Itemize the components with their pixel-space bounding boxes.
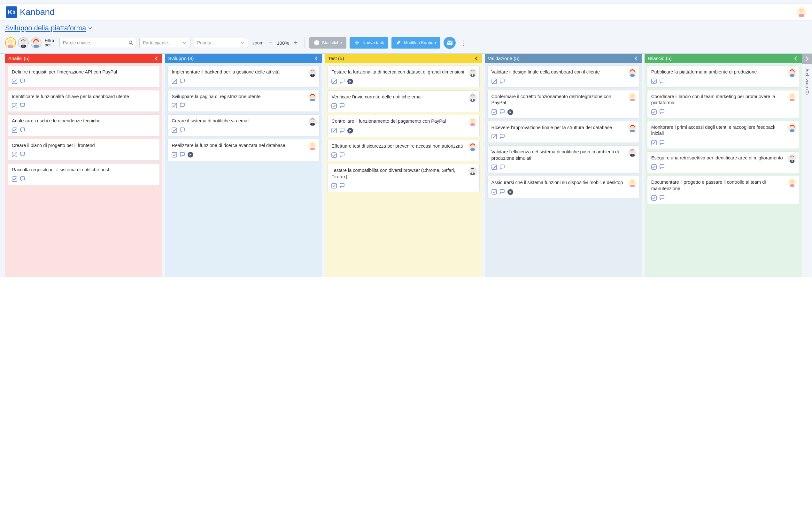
timer-play-icon[interactable] — [347, 79, 353, 84]
current-user-avatar[interactable] — [797, 7, 806, 17]
checklist-icon[interactable] — [651, 164, 657, 170]
comments-icon[interactable] — [20, 152, 25, 157]
task-assignee-avatar[interactable] — [468, 142, 477, 151]
participant-avatar-3[interactable] — [31, 37, 42, 48]
column-body[interactable]: Validare il design finale della dashboar… — [485, 63, 642, 277]
checklist-icon[interactable] — [172, 152, 177, 158]
task-assignee-avatar[interactable] — [308, 69, 317, 77]
checklist-icon[interactable] — [651, 109, 657, 115]
checklist-icon[interactable] — [492, 109, 497, 115]
comments-icon[interactable] — [339, 103, 345, 109]
timer-play-icon[interactable] — [508, 109, 513, 115]
comments-icon[interactable] — [20, 103, 25, 108]
comments-icon[interactable] — [339, 128, 345, 133]
task-card[interactable]: Confermare il corretto funzionamento del… — [487, 90, 639, 119]
search-input[interactable] — [59, 38, 136, 48]
checklist-icon[interactable] — [172, 79, 177, 84]
column-collapse-button[interactable] — [154, 56, 159, 61]
task-card[interactable]: Documentare il progetto e passare il con… — [647, 176, 799, 204]
checklist-icon[interactable] — [172, 127, 177, 133]
checklist-icon[interactable] — [492, 189, 497, 195]
task-card[interactable]: Controllare il funzionamento del pagamen… — [327, 115, 479, 137]
task-card[interactable]: Creare il sistema di notifiche via email — [167, 114, 319, 136]
task-card[interactable]: Validare l'efficienza del sistema di not… — [487, 145, 639, 173]
timer-play-icon[interactable] — [508, 189, 513, 195]
comments-icon[interactable] — [659, 164, 665, 170]
participant-select[interactable]: Partecipante... — [139, 38, 190, 48]
checklist-icon[interactable] — [331, 128, 337, 133]
timer-play-icon[interactable] — [187, 152, 193, 158]
task-assignee-avatar[interactable] — [308, 117, 317, 126]
checklist-icon[interactable] — [331, 153, 337, 158]
column-body[interactable]: Implementare il backend per la gestione … — [165, 63, 322, 277]
comments-icon[interactable] — [20, 176, 25, 182]
task-card[interactable]: Identificare le funzionalità chiave per … — [8, 90, 160, 112]
checklist-icon[interactable] — [492, 79, 497, 84]
checklist-icon[interactable] — [331, 103, 337, 109]
task-card[interactable]: Pubblicare la piattaforma in ambiente di… — [647, 66, 799, 88]
column-body[interactable]: Testare la funzionalità di ricerca con d… — [325, 63, 482, 277]
more-menu-button[interactable]: ⋮ — [459, 37, 468, 49]
task-assignee-avatar[interactable] — [468, 93, 477, 101]
task-card[interactable]: Raccolta requisiti per il sistema di not… — [8, 163, 160, 185]
column-collapse-button[interactable] — [474, 56, 479, 61]
task-assignee-avatar[interactable] — [628, 124, 637, 132]
task-assignee-avatar[interactable] — [628, 69, 637, 77]
comments-icon[interactable] — [500, 134, 505, 139]
participant-avatar-2[interactable] — [18, 37, 29, 48]
checklist-icon[interactable] — [331, 183, 337, 188]
task-card[interactable]: Effettuare test di sicurezza per preveni… — [327, 140, 479, 162]
task-card[interactable]: Sviluppare la pagina di registrazione ut… — [167, 90, 319, 112]
comments-icon[interactable] — [339, 153, 345, 158]
checklist-icon[interactable] — [492, 165, 497, 170]
task-assignee-avatar[interactable] — [468, 118, 477, 126]
comments-icon[interactable] — [659, 140, 665, 145]
task-assignee-avatar[interactable] — [788, 124, 796, 132]
checklist-icon[interactable] — [172, 103, 177, 108]
task-assignee-avatar[interactable] — [628, 93, 637, 101]
task-assignee-avatar[interactable] — [788, 93, 796, 101]
column-body[interactable]: Definire i requisiti per l'integrazione … — [5, 63, 162, 277]
column-body[interactable]: Pubblicare la piattaforma in ambiente di… — [645, 63, 802, 277]
task-card[interactable]: Coordinare il lancio con il team marketi… — [647, 90, 799, 118]
checklist-icon[interactable] — [492, 134, 497, 139]
checklist-icon[interactable] — [12, 103, 17, 108]
comments-icon[interactable] — [339, 183, 345, 188]
column-collapse-button[interactable] — [634, 56, 639, 61]
task-card[interactable]: Testare la funzionalità di ricerca con d… — [327, 66, 479, 88]
comments-icon[interactable] — [339, 79, 345, 84]
comments-icon[interactable] — [180, 103, 185, 108]
task-card[interactable]: Realizzare la funzione di ricerca avanza… — [167, 139, 319, 161]
task-card[interactable]: Creare il piano di progetto per il front… — [8, 139, 160, 161]
comments-icon[interactable] — [500, 165, 505, 170]
checklist-icon[interactable] — [331, 79, 337, 84]
new-task-button[interactable]: Nuovo task — [350, 37, 389, 49]
comments-icon[interactable] — [180, 152, 185, 158]
priority-select[interactable]: Priorità... — [194, 38, 248, 48]
comments-icon[interactable] — [180, 127, 185, 133]
comments-icon[interactable] — [180, 79, 185, 84]
comments-icon[interactable] — [659, 195, 665, 201]
task-assignee-avatar[interactable] — [628, 179, 637, 187]
task-assignee-avatar[interactable] — [468, 69, 477, 77]
task-card[interactable]: Implementare il backend per la gestione … — [167, 66, 319, 88]
comments-icon[interactable] — [500, 189, 505, 195]
checklist-icon[interactable] — [12, 176, 17, 182]
task-card[interactable]: Verificare l'invio corretto delle notifi… — [327, 90, 479, 113]
checklist-icon[interactable] — [12, 152, 17, 157]
project-title-dropdown[interactable]: Sviluppo della piattaforma — [5, 24, 92, 32]
task-assignee-avatar[interactable] — [788, 154, 796, 163]
task-card[interactable]: Eseguire una retrospettiva per identific… — [647, 152, 799, 173]
column-collapse-button[interactable] — [314, 56, 319, 61]
task-assignee-avatar[interactable] — [308, 142, 317, 150]
task-card[interactable]: Ricevere l'approvazione finale per la st… — [487, 121, 639, 143]
task-assignee-avatar[interactable] — [788, 179, 796, 187]
comments-icon[interactable] — [500, 109, 505, 115]
comments-icon[interactable] — [659, 79, 665, 84]
checklist-icon[interactable] — [651, 195, 657, 201]
checklist-icon[interactable] — [12, 79, 17, 84]
statistics-button[interactable]: Statistiche — [309, 37, 346, 49]
comments-icon[interactable] — [20, 79, 25, 84]
checklist-icon[interactable] — [651, 79, 657, 84]
task-assignee-avatar[interactable] — [788, 69, 796, 77]
